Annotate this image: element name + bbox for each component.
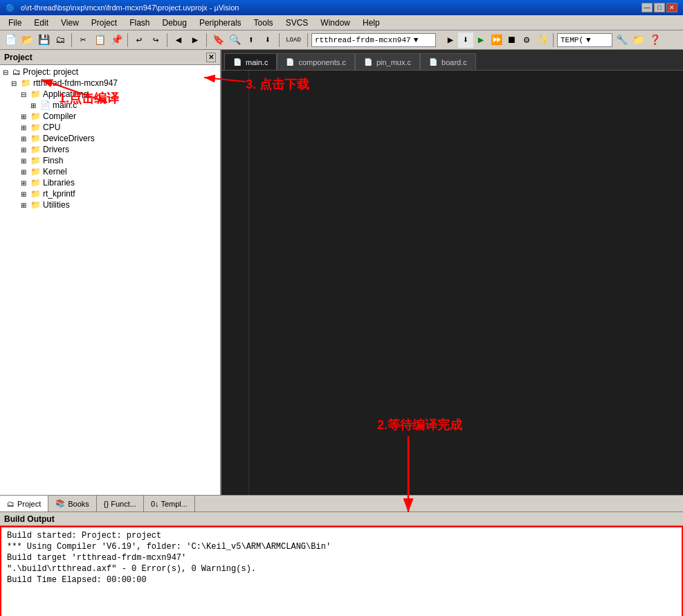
tab-board-c[interactable]: 📄 board.c	[420, 53, 476, 70]
target-dropdown[interactable]: rtthread-frdm-mcxn947 ▼	[311, 33, 436, 47]
expand-icon: ⊞	[21, 113, 30, 120]
run-button[interactable]: ⏩	[489, 33, 504, 48]
download-button[interactable]: ⬇	[458, 33, 473, 48]
expand-icon: ⊞	[21, 135, 30, 143]
build-line-1: Build started: Project: project	[7, 530, 676, 541]
project-root-label: Project: project	[23, 67, 78, 77]
menu-help[interactable]: Help	[357, 17, 385, 29]
tree-item-libraries[interactable]: ⊞ 📁 Libraries	[0, 177, 220, 188]
stop-button[interactable]: ⏹	[504, 33, 519, 48]
folder-icon: 📁	[30, 145, 41, 154]
back-button[interactable]: ◀	[171, 33, 186, 48]
folder-icon: 📁	[30, 156, 41, 165]
cut-button[interactable]: ✂	[75, 33, 91, 48]
minimize-button[interactable]: —	[641, 3, 653, 12]
separator3	[167, 33, 167, 47]
magic-button[interactable]: ✨	[534, 33, 549, 48]
find-button[interactable]: 🔍	[227, 33, 242, 48]
sidebar-title: Project	[4, 53, 33, 62]
folder-icon: 📁	[30, 123, 41, 132]
tree-item-finsh[interactable]: ⊞ 📁 Finsh	[0, 155, 220, 166]
tab-components-c[interactable]: 📄 components.c	[277, 53, 354, 70]
tree-item-cpu[interactable]: ⊞ 📁 CPU	[0, 122, 220, 133]
menu-svcs[interactable]: SVCS	[280, 17, 314, 29]
menu-file[interactable]: File	[3, 17, 27, 29]
code-content[interactable]	[249, 71, 683, 495]
open-file-button[interactable]: 📂	[19, 33, 35, 48]
tab-label-components: components.c	[298, 58, 345, 66]
settings-button[interactable]: ⚙	[519, 33, 534, 48]
temp-label: TEMP(	[561, 36, 583, 44]
dropdown-arrow-icon: ▼	[414, 36, 419, 44]
redo-button[interactable]: ↪	[148, 33, 163, 48]
menu-debug[interactable]: Debug	[157, 17, 192, 29]
tree-item-compiler[interactable]: ⊞ 📁 Compiler	[0, 111, 220, 122]
menu-view[interactable]: View	[55, 17, 84, 29]
indent-button[interactable]: ⬆	[244, 33, 259, 48]
expand-icon: ⊞	[21, 157, 30, 165]
help2-button[interactable]: ❓	[647, 33, 662, 48]
forward-button[interactable]: ▶	[188, 33, 203, 48]
utilities-label: Utilities	[43, 200, 70, 210]
separator6	[307, 33, 308, 47]
libraries-label: Libraries	[43, 178, 75, 188]
tree-item-project-root[interactable]: ⊟ 🗂 Project: project	[0, 66, 220, 78]
bookmark-button[interactable]: 🔖	[210, 33, 226, 48]
copy-button[interactable]: 📋	[92, 33, 107, 48]
functions-tab-label: {} Funct...	[104, 500, 136, 508]
tab-functions[interactable]: {} Funct...	[97, 496, 144, 511]
tree-item-utilities[interactable]: ⊞ 📁 Utilities	[0, 199, 220, 210]
project-tab-icon: 🗂	[7, 500, 15, 508]
expand-icon: ⊞	[21, 179, 30, 187]
compile-button[interactable]: ▶	[443, 33, 458, 48]
tree-item-rtthread[interactable]: ⊟ 📁 rtthread-frdm-mcxn947	[0, 78, 220, 89]
menu-tools[interactable]: Tools	[248, 17, 279, 29]
target-options-button[interactable]: 🔧	[614, 33, 629, 48]
menu-flash[interactable]: Flash	[124, 17, 155, 29]
build-output: Build started: Project: project *** Usin…	[0, 526, 683, 616]
tree-item-drivers[interactable]: ⊞ 📁 Drivers	[0, 144, 220, 155]
maximize-button[interactable]: □	[654, 3, 665, 12]
folder-icon: 📁	[30, 167, 41, 176]
tree-item-rt-kprintf[interactable]: ⊞ 📁 rt_kprintf	[0, 188, 220, 199]
tree-item-devicedrivers[interactable]: ⊞ 📁 DeviceDrivers	[0, 133, 220, 144]
tab-project[interactable]: 🗂 Project	[0, 496, 48, 511]
expand-icon: ⊞	[21, 168, 30, 176]
outdent-button[interactable]: ⬇	[260, 33, 275, 48]
tree-item-applications[interactable]: ⊟ 📁 Applications	[0, 89, 220, 100]
line-numbers	[221, 71, 249, 495]
temp-dropdown[interactable]: TEMP( ▼	[557, 33, 612, 47]
folder-icon: 📁	[30, 89, 41, 99]
save-button[interactable]: 💾	[36, 33, 51, 48]
paste-button[interactable]: 📌	[109, 33, 124, 48]
compiler-label: Compiler	[43, 111, 76, 121]
tab-templates[interactable]: 0↓ Templ...	[144, 496, 195, 511]
build-line-2: *** Using Compiler 'V6.19', folder: 'C:\…	[7, 541, 676, 552]
debug-start-button[interactable]: ▶	[473, 33, 489, 48]
code-view[interactable]	[221, 71, 683, 495]
undo-button[interactable]: ↩	[131, 33, 147, 48]
new-file-button[interactable]: 📄	[3, 33, 18, 48]
menu-peripherals[interactable]: Peripherals	[194, 17, 247, 29]
folder-icon: 📁	[30, 111, 41, 121]
menu-window[interactable]: Window	[315, 17, 356, 29]
tab-main-c[interactable]: 📄 main.c	[224, 53, 277, 70]
load-button[interactable]: LOAD	[283, 33, 304, 48]
sidebar-close-button[interactable]: ✕	[206, 53, 216, 62]
kernel-label: Kernel	[43, 167, 67, 176]
menu-edit[interactable]: Edit	[28, 17, 54, 29]
menu-project[interactable]: Project	[86, 17, 122, 29]
tree-item-main-c[interactable]: ⊞ 📄 main.c	[0, 100, 220, 111]
tab-books[interactable]: 📚 Books	[48, 496, 97, 511]
folder-icon: 📁	[30, 200, 41, 210]
close-button[interactable]: ✕	[666, 3, 677, 12]
open-project-button[interactable]: 📁	[630, 33, 646, 48]
tree-item-kernel[interactable]: ⊞ 📁 Kernel	[0, 166, 220, 177]
tab-pin-mux-c[interactable]: 📄 pin_mux.c	[355, 53, 420, 70]
file-icon: 📄	[40, 100, 51, 110]
tab-icon-board: 📄	[429, 58, 437, 66]
editor-area: 📄 main.c 📄 components.c 📄 pin_mux.c 📄 bo…	[221, 50, 683, 495]
target-label: rtthread-frdm-mcxn947	[315, 36, 411, 44]
save-all-button[interactable]: 🗂	[53, 33, 68, 48]
drivers-label: Drivers	[43, 145, 69, 154]
